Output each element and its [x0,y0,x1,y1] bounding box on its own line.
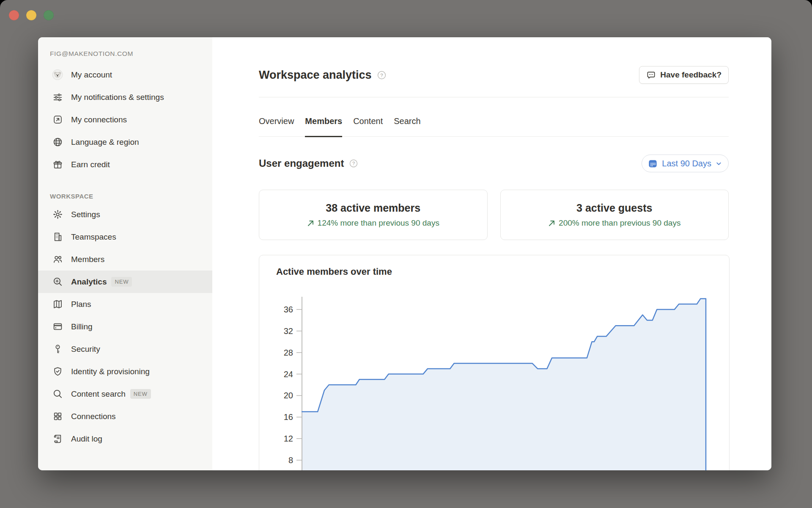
area-chart: 812162024283236 [259,255,730,470]
svg-text:16: 16 [284,412,293,422]
chart-title: Active members over time [276,266,392,277]
new-badge: NEW [111,277,132,287]
sidebar-item-label: Security [71,343,100,355]
user-engagement-heading: User engagement [259,157,344,169]
desktop-backdrop: FIG@MAKENOTION.COM My account [0,0,812,508]
svg-text:36: 36 [284,305,293,314]
help-icon[interactable]: ? [349,159,358,168]
avatar [52,69,63,80]
sidebar-item-label: Billing [71,321,93,332]
sidebar-item-label: Audit log [71,433,102,444]
trend-up-icon [548,220,555,227]
analytics-magnifier-icon [52,276,63,287]
sidebar-item-language-region[interactable]: Language & region [38,131,212,153]
analytics-main-panel: Workspace analytics ? Have feedback? [212,37,771,470]
tab-content[interactable]: Content [353,116,383,136]
feedback-button-label: Have feedback? [660,70,721,80]
sidebar-item-teamspaces[interactable]: Teamspaces [38,226,212,248]
sidebar-item-notifications-settings[interactable]: My notifications & settings [38,86,212,108]
header-divider [259,97,729,97]
window-controls [9,10,54,20]
sidebar-item-label: Plans [71,298,91,310]
settings-window: FIG@MAKENOTION.COM My account [38,37,771,470]
close-button[interactable] [9,10,19,20]
sidebar-item-earn-credit[interactable]: Earn credit [38,153,212,176]
sidebar-item-my-account[interactable]: My account [38,64,212,86]
active-guests-value: 3 active guests [576,202,652,214]
sidebar-item-label: Members [71,254,104,265]
page-title: Workspace analytics [259,69,372,82]
sidebar-item-billing[interactable]: Billing [38,315,212,338]
svg-text:8: 8 [288,456,293,465]
sidebar-item-connections[interactable]: Connections [38,405,212,428]
svg-text:24: 24 [284,370,293,379]
analytics-tabs: Overview Members Content Search [259,116,729,137]
grid-icon [52,411,63,422]
search-icon [52,389,63,400]
new-badge: NEW [130,389,151,399]
sidebar-item-label: Language & region [71,136,139,148]
active-members-card: 38 active members 124% more than previou… [259,190,488,240]
tab-search[interactable]: Search [394,116,420,136]
gift-icon [52,159,63,170]
trend-up-icon [307,220,314,227]
svg-text:?: ? [352,161,355,166]
sidebar-item-label: Content search [71,388,126,400]
sidebar-item-label: Analytics [71,276,107,287]
sidebar-item-content-search[interactable]: Content search NEW [38,383,212,405]
chat-bubble-icon [646,70,656,80]
gear-icon [52,209,63,220]
shield-check-icon [52,366,63,377]
stat-cards: 38 active members 124% more than previou… [259,190,729,240]
sidebar-item-my-connections[interactable]: My connections [38,108,212,131]
sidebar-item-label: Teamspaces [71,231,116,243]
scroll-icon [52,433,63,444]
sidebar-item-audit-log[interactable]: Audit log [38,428,212,450]
account-email: FIG@MAKENOTION.COM [50,50,212,58]
tab-overview[interactable]: Overview [259,116,294,136]
svg-text:32: 32 [284,326,293,336]
zoom-button[interactable] [44,10,54,20]
map-icon [52,299,63,310]
tab-members[interactable]: Members [305,116,342,136]
credit-card-icon [52,321,63,332]
chevron-down-icon [716,160,722,167]
calendar-icon [648,159,658,168]
sidebar-item-label: My connections [71,114,127,125]
sidebar-item-label: Connections [71,411,116,422]
active-members-chart: 812162024283236 Active members over time [259,255,730,470]
active-members-delta: 124% more than previous 90 days [318,218,439,228]
sidebar-item-members[interactable]: Members [38,248,212,271]
sidebar-item-analytics[interactable]: Analytics NEW [38,271,212,293]
svg-text:?: ? [380,72,383,77]
sidebar-item-identity-provisioning[interactable]: Identity & provisioning [38,360,212,383]
active-guests-card: 3 active guests 200% more than previous … [500,190,729,240]
active-guests-delta: 200% more than previous 90 days [559,218,680,228]
active-members-value: 38 active members [326,202,420,214]
minimize-button[interactable] [26,10,36,20]
arrow-up-right-box-icon [52,114,63,125]
date-range-label: Last 90 Days [662,159,711,168]
sidebar-item-label: Settings [71,209,100,220]
have-feedback-button[interactable]: Have feedback? [639,66,729,84]
globe-icon [52,137,63,148]
sidebar-item-settings[interactable]: Settings [38,203,212,226]
sidebar-item-security[interactable]: Security [38,338,212,360]
svg-text:20: 20 [284,391,293,400]
svg-text:28: 28 [284,348,293,357]
workspace-section-heading: WORKSPACE [50,193,212,200]
sidebar-item-label: My account [71,69,112,80]
settings-sidebar: FIG@MAKENOTION.COM My account [38,37,212,470]
sidebar-item-label: My notifications & settings [71,91,164,103]
date-range-selector[interactable]: Last 90 Days [642,155,729,172]
svg-text:12: 12 [284,434,293,443]
sidebar-item-label: Earn credit [71,159,110,170]
people-icon [52,254,63,265]
help-icon[interactable]: ? [377,71,386,80]
sliders-icon [52,92,63,103]
key-icon [52,344,63,355]
building-icon [52,232,63,243]
sidebar-item-label: Identity & provisioning [71,366,150,377]
sidebar-item-plans[interactable]: Plans [38,293,212,315]
